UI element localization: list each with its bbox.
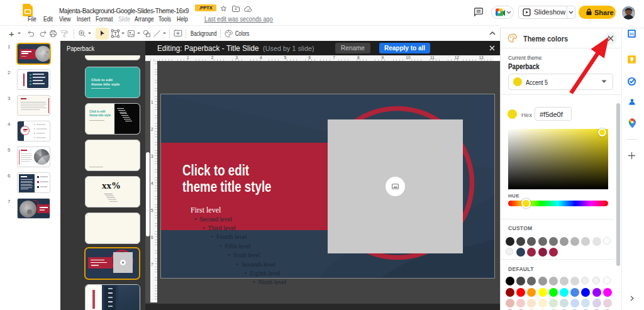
svg-text:31: 31 bbox=[630, 31, 634, 36]
